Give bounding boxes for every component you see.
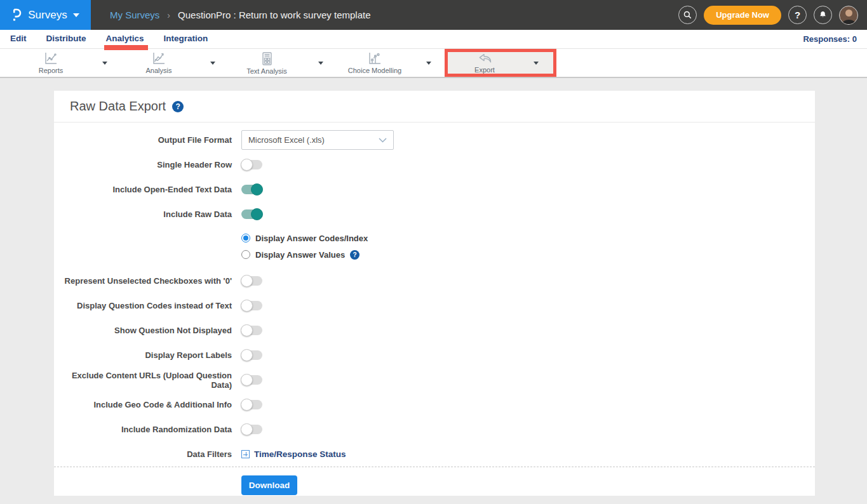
trend-lines-icon (151, 51, 166, 65)
toggle-knob (241, 159, 253, 171)
search-button[interactable] (678, 6, 697, 24)
analysis-button[interactable]: Analysis (121, 49, 197, 77)
question-codes-label: Display Question Codes instead of Text (54, 301, 232, 310)
single-header-row-row: Single Header Row (54, 152, 815, 177)
include-raw-data-toggle[interactable] (241, 209, 262, 219)
chevron-down-icon (534, 62, 539, 65)
radio-selected-icon (241, 234, 250, 242)
toggle-knob (241, 374, 253, 386)
question-codes-row: Display Question Codes instead of Text (54, 293, 815, 318)
choice-modelling-label: Choice Modelling (348, 67, 401, 74)
analysis-label: Analysis (146, 67, 172, 74)
output-file-format-value: Microsoft Excel (.xls) (248, 135, 325, 145)
notifications-button[interactable] (814, 6, 832, 24)
choice-modelling-dropdown-button[interactable] (413, 49, 445, 77)
upgrade-now-button[interactable]: Upgrade Now (704, 6, 781, 25)
toggle-knob (241, 423, 253, 435)
bell-icon (818, 10, 828, 20)
panel-footer: Download (54, 467, 815, 495)
time-response-status-link[interactable]: Time/Response Status (241, 449, 346, 459)
toolbar-group-analysis: Analysis (121, 49, 229, 77)
survey-section-nav: Edit Distribute Analytics Integration Re… (0, 30, 867, 49)
tab-integration-label: Integration (164, 34, 208, 45)
tab-edit-label: Edit (10, 34, 27, 45)
question-not-displayed-toggle[interactable] (241, 326, 262, 335)
text-analysis-button[interactable]: Text Analysis (229, 49, 305, 77)
include-open-ended-label: Include Open-Ended Text Data (54, 185, 232, 194)
responses-count: Responses: 0 (803, 34, 867, 44)
display-answer-codes-option[interactable]: Display Answer Codes/Index (241, 230, 815, 246)
randomization-data-row: Include Randomization Data (54, 417, 815, 442)
download-button[interactable]: Download (241, 475, 297, 495)
data-filters-row: Data Filters Time/Response Status (54, 442, 815, 467)
brand-product-label: Surveys (28, 9, 67, 22)
include-raw-data-row: Include Raw Data (54, 202, 815, 227)
surveys-product-menu[interactable]: Surveys (0, 0, 91, 30)
help-button[interactable]: ? (788, 6, 807, 24)
toggle-knob (241, 275, 253, 287)
toggle-knob (241, 399, 253, 411)
reports-dropdown-button[interactable] (89, 49, 121, 77)
export-button[interactable]: Export (448, 52, 521, 74)
header-actions: Upgrade Now ? (678, 6, 867, 25)
page-title: Raw Data Export (70, 99, 166, 114)
exclude-content-urls-label: Exclude Content URLs (Upload Question Da… (54, 371, 232, 390)
unselected-checkboxes-toggle[interactable] (241, 276, 262, 286)
time-response-status-label: Time/Response Status (254, 449, 346, 459)
breadcrumb: My Surveys › QuestionPro : Return to wor… (110, 10, 371, 20)
question-mark-icon: ? (795, 10, 800, 20)
question-not-displayed-row: Show Question Not Displayed (54, 318, 815, 343)
toggle-knob (241, 324, 253, 336)
analysis-dropdown-button[interactable] (197, 49, 229, 77)
output-file-format-label: Output File Format (54, 135, 232, 145)
report-labels-toggle[interactable] (241, 350, 262, 360)
questionpro-logo-icon (11, 8, 22, 23)
annotation-underline (104, 45, 148, 50)
panel-header: Raw Data Export ? (54, 91, 815, 123)
text-analysis-label: Text Analysis (246, 67, 287, 75)
raw-data-export-panel: Raw Data Export ? Output File Format Mic… (54, 91, 815, 496)
text-analysis-dropdown-button[interactable] (305, 49, 337, 77)
raw-data-export-help-icon[interactable]: ? (172, 101, 184, 112)
single-header-row-toggle[interactable] (241, 160, 262, 169)
chevron-down-icon (73, 13, 79, 17)
tab-distribute-label: Distribute (46, 34, 86, 45)
tab-distribute[interactable]: Distribute (46, 31, 86, 47)
reports-button[interactable]: Reports (13, 49, 89, 77)
tab-analytics[interactable]: Analytics (106, 31, 144, 47)
geo-code-toggle[interactable] (241, 400, 262, 409)
choice-modelling-button[interactable]: Choice Modelling (337, 49, 413, 77)
geo-code-row: Include Geo Code & Additional Info (54, 392, 815, 417)
randomization-data-toggle[interactable] (241, 425, 262, 434)
exclude-content-urls-toggle[interactable] (241, 375, 262, 385)
unselected-checkboxes-label: Represent Unselected Checkboxes with '0' (54, 276, 232, 286)
scatter-chart-icon (367, 51, 382, 65)
line-chart-icon (43, 51, 58, 65)
question-codes-toggle[interactable] (241, 301, 262, 310)
chevron-down-icon (102, 62, 107, 65)
unselected-checkboxes-row: Represent Unselected Checkboxes with '0' (54, 269, 815, 293)
export-dropdown-button[interactable] (521, 52, 550, 74)
export-arrow-icon (476, 52, 493, 65)
survey-title: QuestionPro : Return to work survey temp… (178, 10, 370, 20)
display-answer-values-label: Display Answer Values (255, 250, 345, 260)
answer-display-radio-group: Display Answer Codes/Index Display Answe… (54, 227, 815, 269)
output-file-format-select[interactable]: Microsoft Excel (.xls) (241, 130, 394, 150)
breadcrumb-my-surveys-link[interactable]: My Surveys (110, 10, 159, 20)
tab-edit[interactable]: Edit (10, 31, 27, 47)
radio-unselected-icon (241, 250, 250, 259)
user-avatar[interactable] (839, 6, 858, 25)
export-settings-form: Output File Format Microsoft Excel (.xls… (54, 123, 815, 467)
report-labels-row: Display Report Labels (54, 343, 815, 368)
display-answer-values-option[interactable]: Display Answer Values ? (241, 246, 815, 263)
toggle-knob (251, 183, 263, 196)
single-header-row-label: Single Header Row (54, 160, 232, 169)
tab-integration[interactable]: Integration (164, 31, 208, 47)
include-open-ended-toggle[interactable] (241, 185, 262, 194)
answer-values-help-icon[interactable]: ? (350, 250, 360, 260)
breadcrumb-separator: › (167, 10, 170, 20)
toolbar-group-choice-modelling: Choice Modelling (337, 49, 445, 77)
include-raw-data-label: Include Raw Data (54, 209, 232, 219)
toggle-knob (241, 300, 253, 312)
data-filters-label: Data Filters (54, 449, 232, 459)
